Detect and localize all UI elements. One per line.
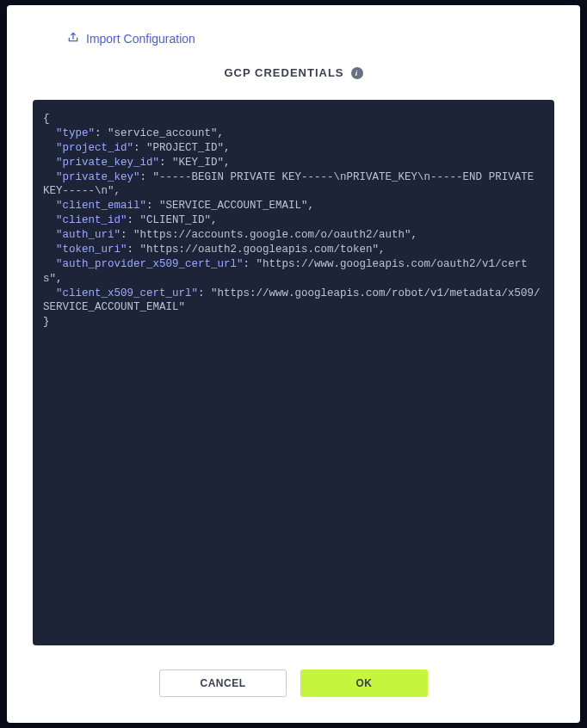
- ok-button[interactable]: OK: [300, 669, 428, 697]
- section-title-row: GCP CREDENTIALS i: [33, 66, 554, 79]
- credentials-json-editor[interactable]: { "type": "service_account", "project_id…: [33, 100, 554, 645]
- modal-actions: CANCEL OK: [33, 669, 554, 697]
- gcp-credentials-modal: Import Configuration GCP CREDENTIALS i {…: [7, 5, 580, 723]
- cancel-button[interactable]: CANCEL: [159, 669, 287, 697]
- section-title: GCP CREDENTIALS: [225, 66, 344, 79]
- import-configuration-link[interactable]: Import Configuration: [67, 31, 554, 46]
- import-icon: [67, 31, 79, 46]
- import-configuration-label: Import Configuration: [86, 32, 195, 46]
- info-icon[interactable]: i: [351, 67, 363, 79]
